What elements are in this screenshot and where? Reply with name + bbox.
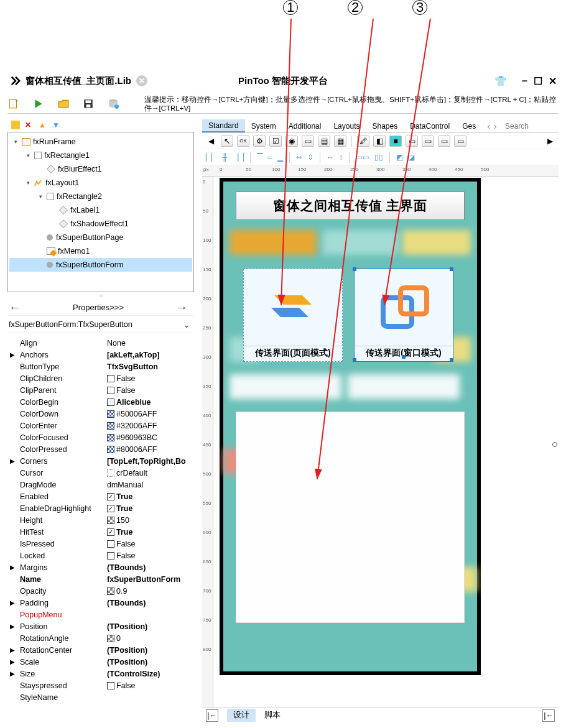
tab-standard[interactable]: Standard <box>202 119 245 132</box>
tab-additional[interactable]: Additional <box>282 119 328 132</box>
send-back-icon[interactable]: ◪ <box>408 153 415 162</box>
tree-node-fxLabel1[interactable]: fxLabel1 <box>9 203 192 217</box>
palette-search-input[interactable] <box>503 121 559 132</box>
run-icon[interactable] <box>32 98 45 110</box>
tab-datacontrol[interactable]: DataControl <box>404 119 456 132</box>
palette-combo-icon[interactable]: ▭ <box>302 136 314 147</box>
prop-Padding[interactable]: ▶Padding (TBounds) <box>7 597 194 609</box>
align-bottom-icon[interactable]: ▁ <box>277 153 283 162</box>
palette-nav-right-icon[interactable]: ▶ <box>544 136 556 147</box>
design-tab[interactable]: 设计 <box>227 709 256 722</box>
collapse-left-button[interactable]: |← <box>206 709 218 722</box>
tree-node-fxShadowEffect1[interactable]: fxShadowEffect1 <box>9 217 192 231</box>
tree-node-fxRectangle2[interactable]: ▾fxRectangle2 <box>9 190 192 203</box>
prop-Stayspressed[interactable]: Stayspressed False <box>7 680 194 691</box>
right-collapse-handle[interactable] <box>552 442 557 447</box>
restore-button[interactable]: ☐ <box>534 75 542 87</box>
palette-radio-icon[interactable]: ◉ <box>285 136 298 147</box>
palette-more1-icon[interactable]: ▭ <box>406 136 418 147</box>
prop-Enabled[interactable]: Enabled✓ True <box>7 491 194 502</box>
prop-Name[interactable]: Name fxSuperButtonForm <box>7 573 194 585</box>
properties-grid[interactable]: Align None▶Anchors [akLeft,akTop]ButtonT… <box>7 333 194 723</box>
tabs-prev-icon[interactable]: ‹ <box>487 121 490 131</box>
align-left-icon[interactable]: ▏▏ <box>206 153 217 162</box>
spacing2-icon[interactable]: ▯▯ <box>374 153 383 162</box>
tree-node-fxLayout1[interactable]: ▾fxLayout1 <box>9 176 192 190</box>
tree-tool-icon[interactable] <box>11 121 20 129</box>
prop-Cursor[interactable]: Cursor crDefault <box>7 467 194 479</box>
database-icon[interactable] <box>107 98 119 110</box>
align-top-icon[interactable]: ▔ <box>257 153 262 162</box>
prop-Locked[interactable]: Locked False <box>7 550 194 561</box>
fx-super-button-form[interactable]: 传送界面(窗口模式) <box>354 269 453 362</box>
prop-IsPressed[interactable]: IsPressed False <box>7 538 194 550</box>
prop-RotationCenter[interactable]: ▶RotationCenter (TPosition) <box>7 644 194 656</box>
spacing1-icon[interactable]: ▭▭ <box>356 153 369 162</box>
prop-Size[interactable]: ▶Size (TControlSize) <box>7 668 194 680</box>
prop-Scale[interactable]: ▶Scale (TPosition) <box>7 656 194 668</box>
palette-check-icon[interactable]: ☑ <box>269 136 282 147</box>
prop-Margins[interactable]: ▶Margins (TBounds) <box>7 561 194 573</box>
bring-front-icon[interactable]: ◩ <box>396 153 403 162</box>
script-tab[interactable]: 脚本 <box>264 710 281 721</box>
class-dropdown-icon[interactable]: ⌄ <box>183 320 190 329</box>
close-tab-button[interactable]: ✕ <box>136 75 147 86</box>
fx-label1[interactable]: 窗体之间相互传值 主界面 <box>236 191 465 220</box>
palette-brush-icon[interactable]: 🖉 <box>357 136 369 147</box>
tshirt-icon[interactable]: 👕 <box>494 75 507 87</box>
prop-HitTest[interactable]: HitTest✓ True <box>7 526 194 538</box>
tree-node-fxMemo1[interactable]: fxMemo1 <box>9 244 192 258</box>
align-middle-icon[interactable]: ═ <box>267 153 273 162</box>
palette-more2-icon[interactable]: ▭ <box>422 136 434 147</box>
prop-ColorPressed[interactable]: ColorPressed #80006AFF <box>7 443 194 455</box>
palette-cursor-icon[interactable]: ↖ <box>221 136 233 147</box>
prop-Opacity[interactable]: Opacity 0.9 <box>7 585 194 597</box>
prop-ButtonType[interactable]: ButtonType TfxSvgButton <box>7 361 194 372</box>
tab-shapes[interactable]: Shapes <box>366 119 404 132</box>
tabs-next-icon[interactable]: › <box>494 121 497 131</box>
tree-node-fxSuperButtonForm[interactable]: fxSuperButtonForm <box>9 258 192 272</box>
tree-node-fxRunFrame[interactable]: ▾fxRunFrame <box>9 135 192 149</box>
prop-nav-left[interactable]: ← <box>9 300 21 315</box>
distribute-v-icon[interactable]: ⇳ <box>307 153 313 162</box>
palette-ok-icon[interactable]: OK <box>237 136 249 147</box>
prop-RotationAngle[interactable]: RotationAngle 0 <box>7 632 194 644</box>
palette-nav-left-icon[interactable]: ◀ <box>205 136 217 147</box>
prop-Corners[interactable]: ▶Corners [TopLeft,TopRight,Bo <box>7 455 194 467</box>
palette-grid-icon[interactable]: ▦ <box>334 136 346 147</box>
prop-ColorDown[interactable]: ColorDown #50006AFF <box>7 408 194 420</box>
prop-Align[interactable]: Align None <box>7 337 194 349</box>
prop-ColorFocused[interactable]: ColorFocused #960963BC <box>7 431 194 443</box>
prop-Position[interactable]: ▶Position (TPosition) <box>7 620 194 632</box>
prop-ColorBegin[interactable]: ColorBegin Aliceblue <box>7 396 194 408</box>
prop-PopupMenu[interactable]: PopupMenu <box>7 609 194 620</box>
palette-color-icon[interactable]: ■ <box>389 136 402 147</box>
prop-Anchors[interactable]: ▶Anchors [akLeft,akTop] <box>7 349 194 361</box>
palette-list-icon[interactable]: ▤ <box>318 136 330 147</box>
prop-DragMode[interactable]: DragMode dmManual <box>7 479 194 491</box>
tree-delete-icon[interactable]: ✕ <box>25 121 34 129</box>
distribute-h-icon[interactable]: ⇿ <box>296 153 302 162</box>
collapse-right-button[interactable]: |← <box>542 709 555 722</box>
prop-EnableDragHighlight[interactable]: EnableDragHighlight✓ True <box>7 502 194 514</box>
tree-node-fxBlurEffect1[interactable]: fxBlurEffect1 <box>9 162 192 176</box>
palette-more3-icon[interactable]: ▭ <box>438 136 450 147</box>
tab-layouts[interactable]: Layouts <box>327 119 366 132</box>
selected-class-row[interactable]: fxSuperButtonForm:TfxSuperButton ⌄ <box>7 316 194 333</box>
tree-node-fxRectangle1[interactable]: ▾fxRectangle1 <box>9 149 192 162</box>
palette-eraser-icon[interactable]: ◧ <box>373 136 386 147</box>
tree-up-icon[interactable]: ▲ <box>39 121 47 129</box>
tree-node-fxSuperButtonPage[interactable]: fxSuperButtonPage <box>9 231 192 244</box>
align-center-icon[interactable]: ╫ <box>222 153 228 162</box>
align-right-icon[interactable]: ▕▕ <box>233 153 244 162</box>
save-icon[interactable] <box>82 98 95 110</box>
minimize-button[interactable]: – <box>522 75 527 87</box>
fx-memo1[interactable] <box>236 412 465 623</box>
component-tree[interactable]: ▾fxRunFrame▾fxRectangle1fxBlurEffect1▾fx… <box>7 132 194 292</box>
prop-ClipParent[interactable]: ClipParent False <box>7 384 194 396</box>
canvas-area[interactable]: 0501001502002503003504004505005506006507… <box>202 177 559 707</box>
fx-rectangle1[interactable]: 窗体之间相互传值 主界面 传送界面(页面模式) 传送界面(窗口模式) <box>223 182 477 671</box>
tab-ges[interactable]: Ges <box>456 119 482 132</box>
splitter-handle[interactable]: ○ <box>7 292 194 300</box>
open-icon[interactable] <box>57 98 70 110</box>
